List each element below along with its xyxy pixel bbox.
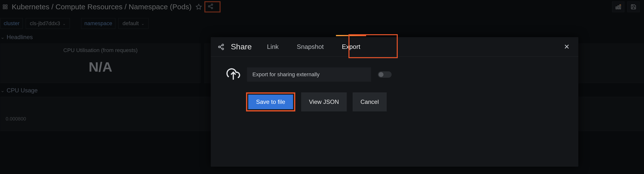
share-icon <box>218 43 224 50</box>
save-to-file-button[interactable]: Save to file <box>248 94 293 109</box>
save-to-file-highlight: Save to file <box>246 92 295 111</box>
cancel-button[interactable]: Cancel <box>353 92 387 111</box>
export-externally-toggle[interactable] <box>378 71 392 78</box>
tab-export[interactable]: Export <box>336 38 366 56</box>
svg-point-16 <box>218 46 220 48</box>
share-modal-title: Share <box>231 42 252 51</box>
share-modal: Share Link Snapshot Export ✕ Export for … <box>211 37 578 167</box>
view-json-button[interactable]: View JSON <box>301 92 347 111</box>
export-externally-label: Export for sharing externally <box>247 68 371 82</box>
svg-point-15 <box>222 44 224 46</box>
cloud-upload-icon <box>226 68 240 81</box>
tab-snapshot[interactable]: Snapshot <box>291 38 330 56</box>
tab-link[interactable]: Link <box>261 38 284 56</box>
svg-point-17 <box>222 48 224 50</box>
svg-line-19 <box>220 47 222 48</box>
close-icon[interactable]: ✕ <box>562 42 572 52</box>
svg-line-18 <box>220 45 222 46</box>
